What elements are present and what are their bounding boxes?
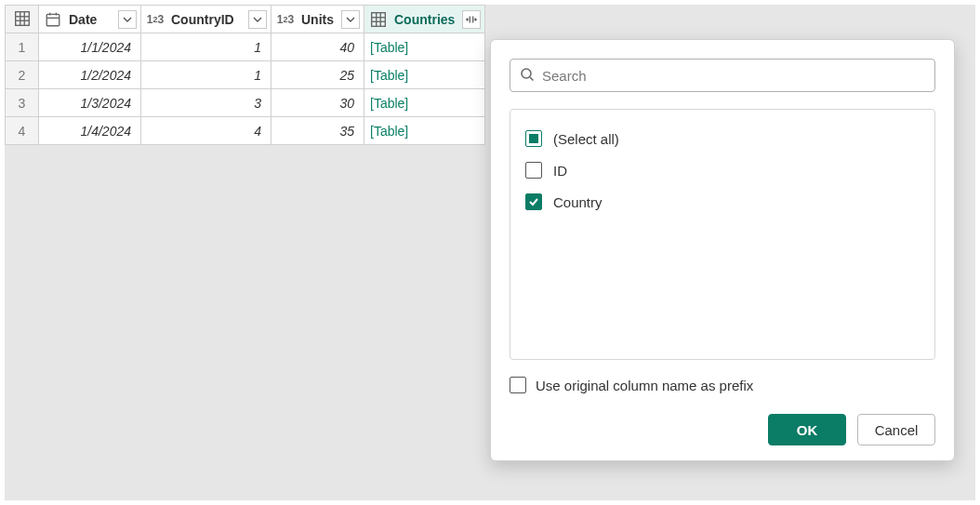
column-filter-dropdown[interactable] <box>118 10 137 29</box>
checkbox-checked-icon[interactable] <box>525 193 542 210</box>
data-table: Date 123 CountryID <box>5 5 485 145</box>
checkbox-unchecked-icon[interactable] <box>525 162 542 179</box>
option-country[interactable]: Country <box>525 186 920 218</box>
option-id[interactable]: ID <box>525 154 920 186</box>
prefix-label: Use original column name as prefix <box>536 378 753 393</box>
expand-column-dialog: (Select all) ID Country Use original col… <box>490 39 955 461</box>
table-row[interactable]: 1 1/1/2024 1 40 [Table] <box>6 33 485 61</box>
table-body: 1 1/1/2024 1 40 [Table] 2 1/2/2024 1 25 … <box>6 33 485 145</box>
dialog-buttons: OK Cancel <box>510 414 935 445</box>
search-input[interactable] <box>542 68 925 84</box>
option-label: Country <box>553 194 603 210</box>
cell-date[interactable]: 1/2/2024 <box>39 61 141 89</box>
svg-point-16 <box>522 69 531 78</box>
table-icon <box>12 9 33 28</box>
cell-countries[interactable]: [Table] <box>364 61 485 89</box>
cell-units[interactable]: 25 <box>271 61 364 89</box>
option-label: ID <box>553 163 567 179</box>
number-type-icon: 123 <box>275 10 296 29</box>
cell-countryid[interactable]: 4 <box>141 117 271 145</box>
column-options-list: (Select all) ID Country <box>510 109 935 360</box>
cell-countryid[interactable]: 1 <box>141 33 271 61</box>
column-header-date[interactable]: Date <box>39 6 141 33</box>
checkbox-unchecked-icon[interactable] <box>510 377 526 393</box>
number-type-icon: 123 <box>145 10 166 29</box>
row-number: 2 <box>6 61 39 89</box>
row-number: 1 <box>6 33 39 61</box>
date-type-icon <box>43 10 63 29</box>
column-name: CountryID <box>169 12 245 27</box>
column-filter-dropdown[interactable] <box>341 10 360 29</box>
cell-date[interactable]: 1/4/2024 <box>39 117 141 145</box>
svg-rect-9 <box>372 12 386 26</box>
cell-countryid[interactable]: 3 <box>141 89 271 117</box>
cell-countries[interactable]: [Table] <box>364 89 485 117</box>
checkbox-indeterminate-icon[interactable] <box>525 130 542 147</box>
search-icon <box>520 67 535 85</box>
cell-units[interactable]: 40 <box>271 33 364 61</box>
svg-rect-5 <box>46 14 60 25</box>
table-row[interactable]: 2 1/2/2024 1 25 [Table] <box>6 61 485 89</box>
column-name: Units <box>299 12 338 27</box>
table-row[interactable]: 4 1/4/2024 4 35 [Table] <box>6 117 485 145</box>
prefix-option-row[interactable]: Use original column name as prefix <box>510 377 935 393</box>
column-name: Countries <box>392 12 458 27</box>
expand-column-button[interactable] <box>462 10 481 29</box>
cell-countries[interactable]: [Table] <box>364 33 485 61</box>
cell-countryid[interactable]: 1 <box>141 61 271 89</box>
row-number: 3 <box>6 89 39 117</box>
column-filter-dropdown[interactable] <box>248 10 267 29</box>
column-header-units[interactable]: 123 Units <box>271 6 364 33</box>
column-name: Date <box>67 12 114 27</box>
cancel-button[interactable]: Cancel <box>857 414 935 445</box>
row-number: 4 <box>6 117 39 145</box>
cell-countries[interactable]: [Table] <box>364 117 485 145</box>
option-label: (Select all) <box>553 131 619 147</box>
table-row[interactable]: 3 1/3/2024 3 30 [Table] <box>6 89 485 117</box>
cell-units[interactable]: 35 <box>271 117 364 145</box>
header-row: Date 123 CountryID <box>6 6 485 33</box>
table-type-icon <box>368 10 389 29</box>
corner-cell[interactable] <box>6 6 39 33</box>
ok-button[interactable]: OK <box>768 414 846 445</box>
column-header-countries[interactable]: Countries <box>364 6 485 33</box>
search-field[interactable] <box>510 59 935 92</box>
cell-units[interactable]: 30 <box>271 89 364 117</box>
svg-rect-0 <box>15 11 29 25</box>
column-header-countryid[interactable]: 123 CountryID <box>141 6 271 33</box>
svg-line-17 <box>530 77 534 81</box>
cell-date[interactable]: 1/1/2024 <box>39 33 141 61</box>
cell-date[interactable]: 1/3/2024 <box>39 89 141 117</box>
option-select-all[interactable]: (Select all) <box>525 123 920 154</box>
